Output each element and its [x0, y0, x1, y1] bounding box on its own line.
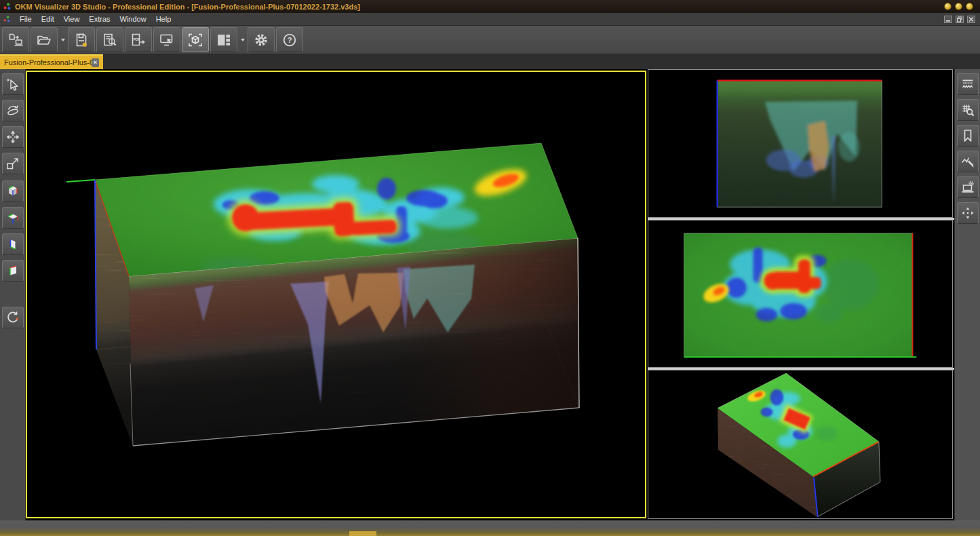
view-side-button[interactable] [2, 233, 24, 255]
open-file-icon [36, 32, 52, 48]
view-front-button[interactable] [2, 260, 24, 282]
view-3d-icon [187, 32, 203, 48]
title-bar: OKM Visualizer 3D Studio - Professional … [0, 0, 980, 13]
pdf-label: PDF [133, 37, 140, 41]
menu-edit[interactable]: Edit [37, 14, 59, 24]
mdi-window-controls [944, 16, 977, 23]
help-button[interactable]: ? [276, 27, 303, 52]
screen-capture-icon [159, 32, 175, 48]
layout-panels-dropdown[interactable] [238, 27, 247, 52]
save-icon [73, 32, 90, 48]
view-front-icon [5, 263, 21, 279]
zoom-extents-button[interactable] [2, 153, 24, 174]
view-3d-cube-icon [5, 183, 21, 199]
settings-gear-icon [253, 32, 269, 48]
restore-icon [956, 16, 963, 22]
right-tool-sidebar [954, 69, 980, 520]
grid-search-icon [960, 102, 976, 118]
minimize-button[interactable] [944, 3, 952, 10]
main-perspective-viewport[interactable] [26, 71, 646, 518]
menu-file[interactable]: File [15, 14, 37, 24]
scan-lines-button[interactable] [957, 73, 979, 95]
menu-extras[interactable]: Extras [84, 14, 115, 24]
iso-view-viewport[interactable] [648, 370, 953, 519]
export-pdf-button[interactable]: PDF [125, 27, 152, 52]
menu-window[interactable]: Window [115, 14, 151, 24]
reset-rotation-button[interactable] [2, 307, 24, 328]
screen-capture-button[interactable] [153, 27, 180, 52]
import-data-button[interactable] [2, 27, 29, 52]
bookmark-button[interactable] [957, 125, 979, 147]
view-top-button[interactable] [2, 207, 24, 229]
scan-lines-icon [960, 76, 976, 92]
iso-preview-scene [648, 370, 952, 518]
signal-edit-button[interactable] [957, 151, 979, 172]
document-logo-icon [3, 15, 11, 23]
menu-view[interactable]: View [59, 14, 85, 24]
move-objects-icon [960, 205, 976, 221]
maximize-button[interactable] [955, 3, 962, 10]
help-icon: ? [281, 32, 298, 48]
view-side-icon [5, 236, 21, 252]
status-bar [0, 520, 980, 536]
orbit-rotate-icon [5, 102, 21, 119]
top-plan-scene [648, 221, 952, 367]
tab-close-button[interactable]: × [92, 58, 99, 67]
tab-bar: Fusion-Professional-Plus-07... × [0, 54, 980, 69]
device-settings-button[interactable] [957, 176, 979, 198]
settings-button[interactable] [248, 27, 275, 52]
top-view-viewport[interactable] [648, 220, 953, 368]
device-settings-icon [960, 179, 976, 195]
open-file-button[interactable] [31, 27, 58, 52]
view-3d-cube-button[interactable] [2, 180, 24, 202]
layout-panels-icon [216, 32, 232, 48]
report-preview-button[interactable] [96, 27, 123, 52]
front-section-scene [648, 70, 952, 217]
reset-rotation-icon [5, 309, 21, 326]
open-file-dropdown[interactable] [58, 27, 67, 52]
pan-move-button[interactable] [2, 126, 24, 148]
mdi-close-button[interactable] [967, 16, 975, 23]
report-preview-icon [102, 32, 118, 48]
help-glyph: ? [288, 36, 292, 44]
zoom-extents-icon [5, 155, 21, 172]
bookmark-icon [960, 128, 976, 144]
move-objects-button[interactable] [957, 202, 979, 224]
close-button[interactable] [966, 3, 973, 10]
front-view-viewport[interactable] [648, 69, 953, 218]
mdi-restore-button[interactable] [956, 16, 964, 23]
pan-move-icon [5, 129, 21, 145]
window-title: OKM Visualizer 3D Studio - Professional … [15, 3, 360, 11]
menu-bar: File Edit View Extras Window Help [0, 13, 980, 26]
title-controls [944, 3, 977, 10]
left-tool-sidebar [0, 69, 26, 520]
close-icon [968, 16, 975, 22]
orbit-rotate-button[interactable] [2, 100, 24, 121]
status-accent-chip [349, 531, 376, 536]
tab-label: Fusion-Professional-Plus-07... [4, 58, 92, 66]
menu-help[interactable]: Help [151, 14, 176, 24]
tab-fusion-professional[interactable]: Fusion-Professional-Plus-07... × [0, 54, 103, 69]
export-pdf-icon: PDF [130, 32, 146, 48]
select-pointer-button[interactable] [2, 73, 24, 95]
save-button[interactable] [68, 27, 95, 52]
select-pointer-icon [5, 76, 21, 92]
app-window: OKM Visualizer 3D Studio - Professional … [0, 0, 980, 536]
view-3d-button[interactable] [182, 27, 209, 52]
scan-3d-scene [27, 72, 645, 517]
import-data-icon [7, 32, 24, 48]
mdi-minimize-button[interactable] [944, 16, 952, 23]
layout-panels-button[interactable] [210, 27, 237, 52]
minimize-icon [945, 16, 952, 22]
view-top-icon [5, 210, 21, 226]
grid-search-button[interactable] [957, 99, 979, 121]
main-toolbar: PDF [0, 26, 980, 54]
okm-logo-icon [3, 2, 12, 11]
signal-edit-icon [960, 153, 976, 170]
